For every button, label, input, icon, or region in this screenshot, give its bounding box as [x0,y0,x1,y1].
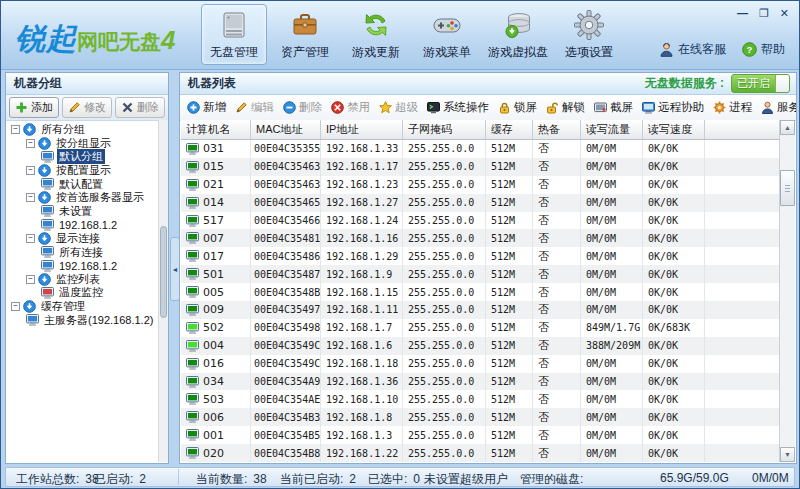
nav-gear-button[interactable]: 选项设置 [556,4,622,65]
toolbar-ban-button[interactable]: 禁用 [331,100,370,115]
machine-row[interactable]: 014 00E04C354655 192.168.1.27 255.255.0.… [181,194,779,212]
group-green-plus-button[interactable]: 添加 [9,97,59,118]
column-header[interactable]: 子网掩码 [403,120,486,139]
nav-briefcase-button[interactable]: 资产管理 [272,4,338,65]
column-header[interactable]: 缓存 [486,120,533,139]
disk-icon [218,9,250,41]
toolbar-person-button[interactable]: 服务 [761,100,796,115]
tree-item[interactable]: 192.168.1.2 [7,259,158,273]
machine-row[interactable]: 017 00E04C354862 192.168.1.29 255.255.0.… [181,247,779,265]
table-body: 031 00E04C353555 192.168.1.33 255.255.0.… [181,140,779,462]
toolbar-unlock-button[interactable]: 解锁 [546,100,585,115]
column-header[interactable]: 读写流量 [581,120,643,139]
machine-list-header: 机器列表 无盘数据服务 : 已开启 [180,73,796,95]
help-link[interactable]: ?帮助 [742,41,785,58]
minimize-button[interactable]: — [737,7,748,19]
machine-row[interactable]: 502 00E04C354985 192.168.1.7 255.255.0.0… [181,319,779,337]
machine-row[interactable]: 501 00E04C354871 192.168.1.9 255.255.0.0… [181,265,779,283]
person-icon [761,101,774,114]
tree-item[interactable]: − 按配置显示 [7,164,158,178]
tree-item[interactable]: 未设置 [7,205,158,219]
maximize-button[interactable]: ❐ [759,7,769,19]
machine-row[interactable]: 006 00E04C354B31 192.168.1.8 255.255.0.0… [181,408,779,426]
toolbar-minus-circle-button[interactable]: 删除 [283,100,322,115]
tree-scrollbar[interactable] [158,120,168,462]
status-item: 已选中: 0 [368,471,420,488]
status-item: 已启动: 2 [94,471,146,488]
group-pencil-button[interactable]: 修改 [62,97,112,118]
toolbar-pencil-button[interactable]: 编辑 [235,100,274,115]
group-x-mark-button[interactable]: 删除 [115,97,165,118]
tree-expander-icon[interactable]: − [26,193,35,202]
column-header[interactable]: MAC地址 [251,120,321,139]
table-scrollbar-thumb[interactable] [780,170,795,206]
column-header[interactable]: 计算机名 [181,120,251,139]
monitor-off-icon [186,429,199,441]
machine-row[interactable]: 517 00E04C354666 192.168.1.24 255.255.0.… [181,212,779,230]
toolbar-gear-orange-button[interactable]: 进程 [713,100,752,115]
machine-row[interactable]: 021 00E04C35463A 192.168.1.23 255.255.0.… [181,176,779,194]
logo-part3: 4 [161,25,175,55]
online-support-link[interactable]: 在线客服 [659,41,726,58]
monitor-on-icon [186,340,199,352]
column-header[interactable]: 热备 [533,120,581,139]
tree-item[interactable]: − 显示连接 [7,232,158,246]
service-toggle[interactable]: 已开启 [731,74,790,93]
toolbar-star-button[interactable]: 超级 [379,100,418,115]
nav-vdisk-button[interactable]: 游戏虚拟盘 [485,4,551,65]
nav-gamepad-button[interactable]: 游戏菜单 [414,4,480,65]
tree-expander-icon[interactable]: − [26,275,35,284]
machine-row[interactable]: 031 00E04C353555 192.168.1.33 255.255.0.… [181,140,779,158]
panel-splitter[interactable]: ◄ [169,72,179,464]
column-header[interactable]: 读写速度 [643,120,705,139]
tree-item[interactable]: 主服务器(192.168.1.2) [7,313,158,327]
tree-item[interactable]: − 监控列表 [7,273,158,287]
machine-row[interactable]: 005 00E04C3548B3 192.168.1.15 255.255.0.… [181,283,779,301]
toolbar-remote-button[interactable]: 远程协助 [642,100,704,115]
machine-row[interactable]: 001 00E04C354B55 192.168.1.3 255.255.0.0… [181,426,779,444]
tree-item[interactable]: 默认配置 [7,177,158,191]
tree-item[interactable]: 192.168.1.2 [7,218,158,232]
toolbar-plus-circle-button[interactable]: 新增 [187,100,226,115]
status-left-section: 工作站总数: 38已启动: 2 [6,469,179,485]
tree-scrollbar-thumb[interactable] [160,226,167,318]
tree-item[interactable]: − 缓存管理 [7,300,158,314]
tree-item[interactable]: − 按分组显示 [7,137,158,151]
scroll-down-icon[interactable]: ▼ [780,447,795,462]
tree-expander-icon[interactable]: − [11,125,20,134]
toolbar-console-button[interactable]: 系统操作 [427,100,489,115]
tree-item-label: 192.168.1.2 [57,260,119,272]
scroll-up-icon[interactable]: ▲ [780,120,795,135]
close-button[interactable]: ✕ [780,7,789,19]
tree-item[interactable]: 温度监控 [7,286,158,300]
machine-row[interactable]: 503 00E04C354AE2 192.168.1.10 255.255.0.… [181,390,779,408]
monitor-off-icon [186,411,199,423]
nav-disk-button[interactable]: 无盘管理 [201,4,267,65]
table-scrollbar[interactable]: ▲ ▼ [779,120,795,462]
tree-item[interactable]: 默认分组 [7,150,158,164]
tree-item[interactable]: − 按首选服务器显示 [7,191,158,205]
machine-row[interactable]: 020 00E04C354B8F 192.168.1.22 255.255.0.… [181,444,779,462]
column-header[interactable]: IP地址 [321,120,403,139]
minus-circle-icon [283,101,296,114]
tree-item[interactable]: 所有连接 [7,245,158,259]
machine-row[interactable]: 007 00E04C354817 192.168.1.16 255.255.0.… [181,229,779,247]
tree-expander-icon[interactable]: − [26,234,35,243]
tree-item-label: 192.168.1.2 [57,219,119,231]
machine-row[interactable]: 034 00E04C354A90 192.168.1.36 255.255.0.… [181,373,779,391]
machine-groups-panel: 机器分组 添加 修改 删除 − 所有分组 − 按分组显示 默认分组 − 按配置显… [5,72,169,464]
machine-row[interactable]: 015 00E04C354636 192.168.1.17 255.255.0.… [181,158,779,176]
vdisk-icon [502,9,534,41]
toolbar-lock-button[interactable]: 锁屏 [498,100,537,115]
machine-row[interactable]: 009 00E04C354977 192.168.1.11 255.255.0.… [181,301,779,319]
machine-row[interactable]: 004 00E04C3549C3 192.168.1.6 255.255.0.0… [181,337,779,355]
nav-refresh-button[interactable]: 游戏更新 [343,4,409,65]
pencil-icon [235,101,248,114]
tree-item[interactable]: − 所有分组 [7,123,158,137]
tree-expander-icon[interactable]: − [11,302,20,311]
monitor-blue-icon [41,178,54,190]
toolbar-screenshot-button[interactable]: 截屏 [594,100,633,115]
machine-row[interactable]: 016 00E04C3549C8 192.168.1.18 255.255.0.… [181,355,779,373]
tree-expander-icon[interactable]: − [26,139,35,148]
tree-expander-icon[interactable]: − [26,166,35,175]
